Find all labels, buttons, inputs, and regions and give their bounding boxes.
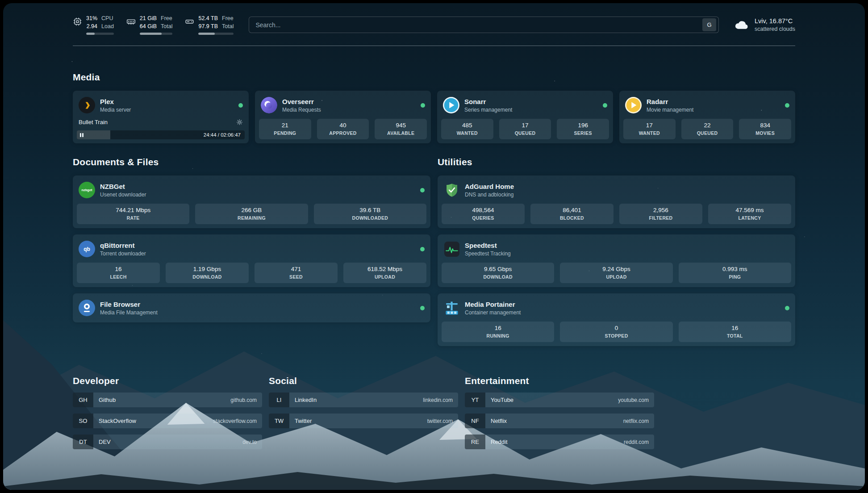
overseerr-card[interactable]: Overseerr Media Requests 21 PENDING 40 A… xyxy=(255,91,431,143)
nzbget-icon: nzbget xyxy=(79,182,95,198)
speedtest-card-header: Speedtest Speedtest Tracking xyxy=(442,238,791,263)
stat-value: 40 xyxy=(319,122,367,129)
stat-label: UPLOAD xyxy=(562,274,671,280)
qbittorrent-icon-text: qb xyxy=(83,246,90,252)
service-description: Media server xyxy=(100,107,131,113)
status-dot xyxy=(238,103,243,108)
stat-value: 1.19 Gbps xyxy=(167,266,247,272)
adguard-card[interactable]: AdGuard Home DNS and adblocking 498,564 … xyxy=(438,175,795,228)
sonarr-card[interactable]: Sonarr Series management 485 WANTED 17 Q… xyxy=(437,91,613,143)
stat-stopped: 0 STOPPED xyxy=(560,322,672,342)
status-dot xyxy=(420,247,425,251)
bookmark-group-social: Social LI LinkedIn linkedin.com TW Twitt… xyxy=(269,376,458,449)
nzbget-card[interactable]: nzbget NZBGet Usenet downloader 744.21 M… xyxy=(73,175,430,228)
bookmark-url: reddit.com xyxy=(624,439,649,445)
speedtest-card[interactable]: Speedtest Speedtest Tracking 9.65 Gbps D… xyxy=(438,234,795,287)
stat-label: STOPPED xyxy=(562,333,671,338)
portainer-card[interactable]: Media Portainer Container management 16 … xyxy=(438,293,795,346)
disk-free-value: 52.4 TB xyxy=(198,15,218,23)
bookmark-url: github.com xyxy=(230,397,257,403)
stat-filtered: 2,956 FILTERED xyxy=(619,204,702,224)
qbittorrent-card[interactable]: qb qBittorrent Torrent downloader 16 xyxy=(73,234,430,287)
bookmark-youtube[interactable]: YT YouTube youtube.com xyxy=(465,393,654,407)
bookmarks-row: Developer GH Github github.com SO StackO… xyxy=(73,376,795,449)
disk-metric-body: 52.4 TB 97.9 TB Free Total xyxy=(198,15,234,35)
cpu-usage-bar-fill xyxy=(86,33,95,35)
dashboard-content: 31% 2.94 CPU Load xyxy=(3,3,865,449)
stat-blocked: 86,401 BLOCKED xyxy=(530,204,613,224)
bookmark-github[interactable]: GH Github github.com xyxy=(73,393,262,407)
bookmark-linkedin[interactable]: LI LinkedIn linkedin.com xyxy=(269,393,458,407)
stat-value: 2,956 xyxy=(621,207,701,213)
documents-cards: nzbget NZBGet Usenet downloader 744.21 M… xyxy=(73,175,430,322)
stat-queries: 498,564 QUERIES xyxy=(442,204,525,224)
cpu-percent: 31% xyxy=(86,15,97,23)
media-cards-row: Plex Media server Bullet Train xyxy=(73,91,795,143)
memory-total-value: 64 GiB xyxy=(140,23,157,31)
pause-icon[interactable] xyxy=(80,133,83,137)
bookmark-name: Twitter xyxy=(295,418,312,424)
gear-icon[interactable] xyxy=(236,119,243,125)
bookmark-group-developer: Developer GH Github github.com SO StackO… xyxy=(73,376,262,449)
bookmark-netflix[interactable]: NF Netflix netflix.com xyxy=(465,414,654,428)
stat-value: 86,401 xyxy=(532,207,612,213)
status-dot xyxy=(421,103,425,108)
bookmark-abbr: NF xyxy=(465,414,485,428)
filebrowser-card[interactable]: File Browser Media File Management xyxy=(73,293,430,322)
bookmark-url: linkedin.com xyxy=(423,397,453,403)
now-playing-row: Bullet Train xyxy=(77,119,245,129)
status-dot xyxy=(785,103,789,108)
stat-value: 0.993 ms xyxy=(680,266,789,272)
stat-pending: 21 PENDING xyxy=(259,119,311,139)
weather-condition: scattered clouds xyxy=(755,26,795,32)
stat-approved: 40 APPROVED xyxy=(317,119,369,139)
bookmark-dev[interactable]: DT DEV dev.to xyxy=(73,435,262,449)
filebrowser-icon xyxy=(79,300,95,316)
service-name: Sonarr xyxy=(464,98,512,105)
bookmark-name: Reddit xyxy=(491,439,508,445)
radarr-card-header: Radarr Movie management xyxy=(623,95,791,119)
stat-upload: 618.52 Mbps UPLOAD xyxy=(343,263,426,283)
cpu-metric-body: 31% 2.94 CPU Load xyxy=(86,15,114,35)
bookmark-name: Netflix xyxy=(491,418,507,424)
service-name: Media Portainer xyxy=(465,301,521,308)
stat-value: 16 xyxy=(79,266,158,272)
bookmark-name: StackOverflow xyxy=(99,418,136,424)
playback-progress-bar[interactable]: 24:44 / 02:06:47 xyxy=(77,130,245,139)
stat-running: 16 RUNNING xyxy=(442,322,554,342)
search-input[interactable] xyxy=(255,21,702,29)
stat-rate: 744.21 Mbps RATE xyxy=(77,204,189,224)
plex-icon xyxy=(79,97,95,113)
qbittorrent-titles: qBittorrent Torrent downloader xyxy=(100,242,146,257)
status-dot xyxy=(603,103,607,108)
stat-total: 16 TOTAL xyxy=(679,322,791,342)
radarr-icon xyxy=(625,97,642,113)
header-divider xyxy=(73,46,795,46)
cpu-usage-bar xyxy=(86,33,114,35)
bookmark-stackoverflow[interactable]: SO StackOverflow stackoverflow.com xyxy=(73,414,262,428)
status-dot xyxy=(420,306,425,310)
stat-value: 16 xyxy=(443,325,552,331)
service-name: AdGuard Home xyxy=(465,183,514,190)
bookmark-abbr: RE xyxy=(465,435,485,449)
radarr-card[interactable]: Radarr Movie management 17 WANTED 22 QUE… xyxy=(619,91,795,143)
search-provider-button[interactable]: G xyxy=(702,18,716,31)
playback-time: 24:44 / 02:06:47 xyxy=(204,132,245,138)
stat-value: 945 xyxy=(376,122,425,129)
bookmark-twitter[interactable]: TW Twitter twitter.com xyxy=(269,414,458,428)
bookmark-reddit[interactable]: RE Reddit reddit.com xyxy=(465,435,654,449)
stat-label: APPROVED xyxy=(319,130,367,136)
plex-card[interactable]: Plex Media server Bullet Train xyxy=(73,91,249,143)
stat-download: 9.65 Gbps DOWNLOAD xyxy=(442,263,554,283)
status-dot xyxy=(420,188,425,192)
portainer-titles: Media Portainer Container management xyxy=(465,301,521,316)
stat-label: AVAILABLE xyxy=(376,130,425,136)
documents-section: Documents & Files nzbget NZBGet Usenet d… xyxy=(73,157,430,322)
stat-label: QUEUED xyxy=(683,130,732,136)
sonarr-icon xyxy=(443,97,459,113)
stat-label: LEECH xyxy=(79,274,158,280)
radarr-titles: Radarr Movie management xyxy=(647,98,693,113)
bookmark-group-title: Developer xyxy=(73,376,262,386)
bookmark-abbr: DT xyxy=(73,435,93,449)
stat-label: WANTED xyxy=(443,130,492,136)
